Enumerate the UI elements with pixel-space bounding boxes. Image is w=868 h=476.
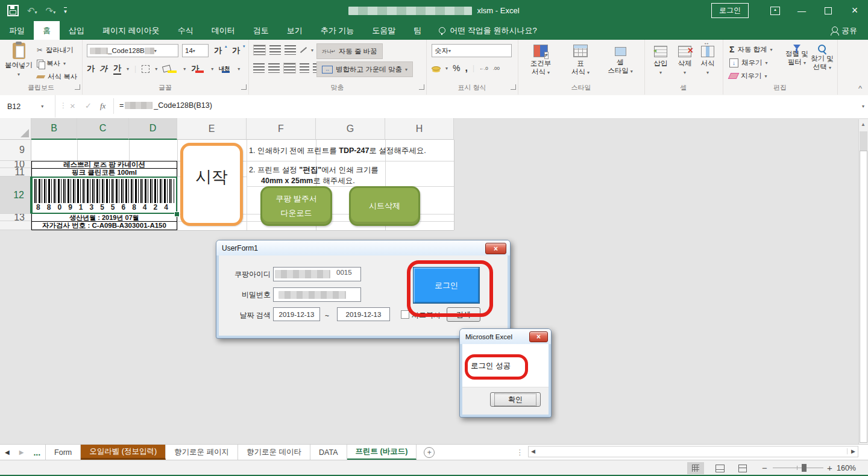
number-dialog-launcher-icon[interactable] [511, 84, 516, 90]
cell-styles-button[interactable]: 셀스타일 ▾ [602, 45, 638, 76]
expand-formula-bar-icon[interactable]: ▾ [862, 104, 864, 109]
product-spec-cell[interactable]: 핑크 클린코튼 100ml [31, 168, 177, 177]
row-header-12[interactable]: 12 [0, 177, 31, 214]
tabs-ellipsis[interactable]: ... [28, 445, 46, 460]
fill-button[interactable]: ↓채우기▾ [728, 56, 775, 69]
font-size-combo[interactable]: 14▾ [182, 44, 209, 57]
wrap-text-button[interactable]: 가나↵ 자동 줄 바꿈 [316, 43, 383, 59]
row-header-10[interactable]: 10 [0, 161, 31, 168]
insert-function-icon[interactable]: fx [100, 101, 105, 111]
col-header-G[interactable]: G [316, 118, 385, 140]
zoom-in-button[interactable]: + [827, 463, 832, 473]
tabs-scroll-right-icon[interactable]: ▶ [14, 445, 29, 460]
align-top-icon[interactable] [253, 45, 266, 55]
msgbox-close-icon[interactable]: × [529, 331, 548, 342]
alignment-dialog-launcher-icon[interactable] [419, 84, 424, 90]
horizontal-scrollbar[interactable]: ◀ ▶ [528, 446, 858, 457]
insert-cells-button[interactable]: 삽입▾ [650, 46, 671, 75]
page-layout-view-icon[interactable] [711, 462, 728, 474]
sheet-copy-checkbox[interactable] [401, 310, 409, 319]
tab-help[interactable]: 도움말 [363, 21, 404, 40]
userform-close-icon[interactable]: × [485, 243, 506, 254]
zoom-level[interactable]: 160% [837, 464, 856, 472]
col-header-D[interactable]: D [129, 118, 177, 140]
userform-titlebar[interactable]: UserForm1 [216, 240, 510, 255]
sheet-tab-form[interactable]: Form [46, 445, 81, 460]
vscroll-up-icon[interactable]: ▲ [861, 122, 866, 127]
name-box[interactable]: B12 ▾ [0, 95, 55, 117]
new-sheet-icon[interactable]: + [424, 447, 435, 458]
row-header-14[interactable] [0, 221, 31, 230]
underline-button[interactable]: 가 [113, 63, 121, 75]
align-middle-icon[interactable] [269, 45, 281, 55]
align-center-icon[interactable] [268, 63, 280, 73]
titlebar-login-button[interactable]: 로그인 [711, 3, 749, 18]
coupang-download-button[interactable]: 쿠팡 발주서다운로드 [260, 186, 332, 226]
align-left-icon[interactable] [253, 63, 265, 73]
minimize-button[interactable]: — [788, 0, 815, 21]
clipboard-dialog-launcher-icon[interactable] [75, 84, 80, 90]
tab-home[interactable]: 홈 [34, 21, 60, 40]
comma-style-button[interactable]: , [465, 63, 467, 74]
tab-data[interactable]: 데이터 [203, 21, 244, 40]
fill-handle[interactable] [174, 211, 180, 217]
row-header-13[interactable]: 13 [0, 214, 31, 221]
align-right-icon[interactable] [283, 63, 296, 74]
tab-team[interactable]: 팀 [404, 21, 430, 40]
page-break-view-icon[interactable] [734, 462, 751, 474]
cancel-icon[interactable]: × [70, 101, 75, 111]
tab-view[interactable]: 보기 [278, 21, 312, 40]
shrink-font-button[interactable]: 가▾ [230, 44, 247, 57]
sort-filter-button[interactable]: 정렬 및필터 ▾ [785, 45, 808, 67]
format-cells-button[interactable]: 서식▾ [697, 46, 718, 75]
made-date-cell[interactable]: 생산년월 : 2019년 07월 [31, 215, 177, 221]
accounting-format-icon[interactable] [432, 66, 441, 70]
tabs-scroll-left-icon[interactable]: ◀ [0, 445, 14, 460]
tab-addins[interactable]: 추가 기능 [312, 21, 363, 40]
col-header-B[interactable]: B [31, 118, 77, 140]
decrease-indent-icon[interactable] [300, 63, 309, 73]
find-select-button[interactable]: 찾기 및선택 ▾ [811, 45, 834, 72]
zoom-slider-track[interactable] [773, 468, 823, 468]
product-name-cell[interactable]: 레스쁘리 로즈 팜 카네이션 [31, 161, 177, 168]
password-field[interactable] [273, 287, 361, 302]
orientation-icon[interactable] [300, 47, 307, 53]
delete-cells-button[interactable]: 삭제▾ [675, 46, 695, 75]
formula-input[interactable]: = _Code128B(B13) [119, 101, 212, 110]
col-header-E[interactable]: E [177, 118, 247, 140]
underline-dropdown[interactable]: ▾ [127, 66, 129, 72]
zoom-slider-thumb[interactable] [802, 464, 807, 472]
tab-insert[interactable]: 삽입 [60, 21, 93, 40]
date-to-field[interactable]: 2019-12-13 [337, 307, 390, 321]
sheet-tab-page[interactable]: 향기로운 페이지 [166, 445, 238, 460]
grow-font-button[interactable]: 가▴ [212, 44, 229, 57]
increase-decimal-button[interactable]: ←.0 [479, 66, 488, 71]
hscroll-left-icon[interactable]: ◀ [531, 448, 535, 454]
sheet-tab-data-kr[interactable]: 향기로운 데이타 [238, 445, 310, 460]
close-button[interactable]: × [841, 0, 868, 21]
ribbon-display-options-icon[interactable]: ▴ [762, 0, 788, 21]
sheet-delete-button[interactable]: 시트삭제 [349, 186, 420, 226]
enter-icon[interactable]: ✓ [85, 101, 92, 110]
ok-button[interactable]: 확인 [490, 392, 541, 407]
format-as-table-button[interactable]: 표서식 ▾ [564, 45, 597, 77]
tab-review[interactable]: 검토 [244, 21, 278, 40]
vscroll-thumb[interactable] [860, 151, 867, 443]
font-name-combo[interactable]: _Code128B ▾ [87, 44, 178, 57]
col-header-C[interactable]: C [77, 118, 129, 140]
share-button[interactable]: 공유 [832, 21, 868, 40]
paste-button[interactable]: 붙여넣기▾ [5, 43, 33, 77]
tell-me-search[interactable]: 어떤 작업을 원하시나요? [430, 21, 545, 40]
format-painter-button[interactable]: 서식 복사 [35, 70, 79, 83]
row-header-11[interactable]: 11 [0, 168, 31, 177]
date-from-field[interactable]: 2019-12-13 [273, 307, 320, 321]
bold-button[interactable]: 가 [87, 63, 95, 74]
sheet-tab-print-barcode[interactable]: 프린트 (바코드) [347, 445, 417, 460]
collapse-ribbon-icon[interactable]: ^ [858, 84, 862, 93]
decrease-decimal-button[interactable]: .00 [493, 66, 500, 71]
clear-button[interactable]: 지우기▾ [728, 69, 775, 83]
font-dialog-launcher-icon[interactable] [241, 84, 247, 90]
merge-center-button[interactable]: ↔ 병합하고 가운데 맞춤▾ [316, 61, 413, 77]
percent-style-button[interactable]: % [453, 63, 460, 73]
italic-button[interactable]: 가 [99, 63, 109, 74]
